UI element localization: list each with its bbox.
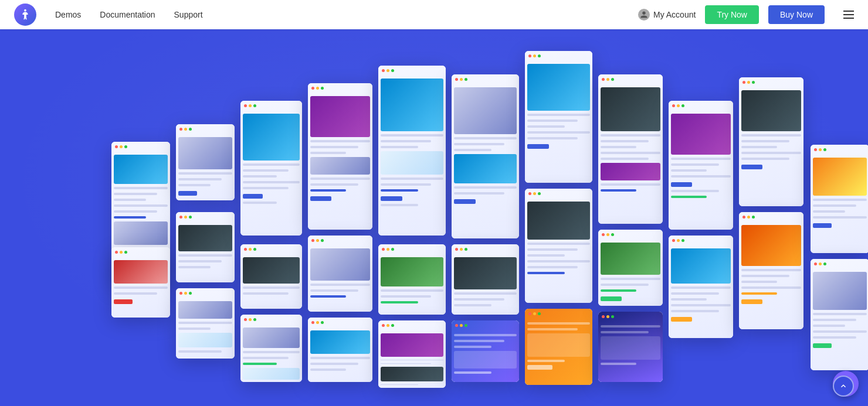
demo-card-29[interactable] bbox=[811, 259, 868, 370]
svg-point-0 bbox=[24, 9, 26, 12]
demo-card-16[interactable] bbox=[452, 244, 519, 315]
demo-card-28[interactable] bbox=[811, 145, 868, 253]
nav-links: Demos Documentation Support bbox=[55, 10, 638, 19]
demo-card-23[interactable] bbox=[598, 312, 663, 382]
nav-link-demos[interactable]: Demos bbox=[55, 10, 81, 19]
demo-card-18[interactable] bbox=[525, 51, 592, 183]
nav-right: My Account Try Now Buy Now bbox=[638, 5, 854, 24]
demo-card-22[interactable] bbox=[598, 230, 663, 306]
demo-card-21[interactable] bbox=[598, 74, 663, 224]
demo-card-24[interactable] bbox=[669, 101, 733, 230]
demo-card-25[interactable] bbox=[669, 236, 733, 338]
demo-card-19[interactable] bbox=[525, 189, 592, 303]
navbar: Demos Documentation Support My Account T… bbox=[0, 0, 868, 29]
demo-card-6[interactable] bbox=[240, 101, 302, 236]
hamburger-menu[interactable] bbox=[843, 11, 854, 19]
cards-grid bbox=[111, 42, 757, 394]
demo-card-15[interactable] bbox=[452, 74, 519, 238]
demo-card-8[interactable] bbox=[240, 315, 302, 382]
demo-card-27[interactable] bbox=[739, 212, 803, 329]
cards-container bbox=[0, 29, 868, 406]
demo-card-26[interactable] bbox=[739, 77, 803, 206]
demo-card-11[interactable] bbox=[308, 318, 372, 382]
demo-card-2[interactable] bbox=[111, 247, 170, 318]
logo[interactable] bbox=[14, 4, 36, 26]
demo-card-12[interactable] bbox=[378, 66, 446, 236]
nav-link-support[interactable]: Support bbox=[174, 10, 203, 19]
demo-card-4[interactable] bbox=[176, 212, 235, 282]
my-account[interactable]: My Account bbox=[638, 9, 696, 21]
try-now-button[interactable]: Try Now bbox=[705, 5, 759, 24]
demo-card-5[interactable] bbox=[176, 288, 235, 359]
demo-card-7[interactable] bbox=[240, 244, 302, 309]
hero-section bbox=[0, 29, 868, 406]
nav-link-docs[interactable]: Documentation bbox=[100, 10, 155, 19]
demo-card-13[interactable] bbox=[378, 244, 446, 315]
buy-now-button[interactable]: Buy Now bbox=[768, 5, 825, 24]
demo-card-3[interactable] bbox=[176, 124, 235, 200]
demo-card-10[interactable] bbox=[308, 236, 372, 312]
arrow-up-icon bbox=[839, 381, 848, 391]
account-icon bbox=[638, 9, 650, 21]
demo-card-20[interactable] bbox=[525, 309, 592, 385]
scroll-up-button[interactable] bbox=[833, 376, 854, 397]
user-icon bbox=[640, 11, 648, 19]
demo-card-14[interactable] bbox=[378, 320, 446, 388]
demo-card-17[interactable] bbox=[452, 320, 519, 382]
demo-card-9[interactable] bbox=[308, 83, 372, 230]
logo-icon bbox=[19, 8, 32, 21]
my-account-label: My Account bbox=[653, 10, 696, 19]
